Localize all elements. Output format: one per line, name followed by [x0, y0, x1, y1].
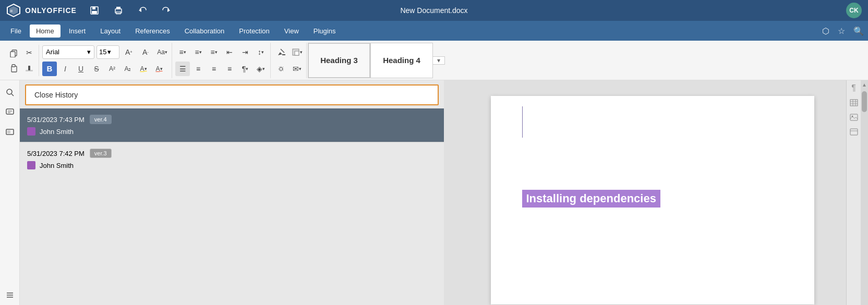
redo-button[interactable] — [159, 3, 174, 18]
svg-rect-23 — [6, 109, 14, 114]
paragraph-group: ≡▾ ≡▾ ≡▾ ⇤ ⇥ ↕▾ ☰ ≡ ≡ ≡ ¶▾ ◈▾ — [173, 43, 271, 78]
increase-indent-button[interactable]: ⇥ — [238, 45, 252, 59]
italic-button[interactable]: I — [58, 62, 73, 76]
clipboard-col2: ✂ — [22, 45, 37, 76]
cut-button[interactable]: ✂ — [22, 45, 37, 60]
document-title: New Document.docx — [400, 6, 467, 15]
svg-rect-38 — [850, 129, 858, 135]
title-bar-tools — [87, 3, 174, 18]
paste-button[interactable] — [6, 61, 21, 76]
font-size-selector[interactable]: 15 ▾ — [97, 45, 119, 59]
document-area: ▲ Installing dependencies ¶ — [444, 80, 868, 305]
svg-rect-36 — [850, 114, 858, 120]
layout-right-icon[interactable] — [848, 126, 860, 138]
author-name-2: John Smith — [40, 162, 74, 169]
decrease-indent-button[interactable]: ⇤ — [222, 45, 237, 59]
favorite-icon[interactable]: ☆ — [838, 26, 845, 36]
clipboard-group: ✂ — [4, 45, 39, 76]
align-center-button[interactable]: ≡ — [191, 62, 206, 76]
menu-file[interactable]: File — [4, 25, 28, 38]
user-avatar[interactable]: CK — [846, 3, 862, 18]
subscript-button[interactable]: A₂ — [120, 62, 135, 76]
table-right-icon[interactable] — [848, 97, 860, 108]
font-size-down-button[interactable]: A- — [138, 45, 153, 59]
menu-insert[interactable]: Insert — [63, 25, 92, 38]
menu-protection[interactable]: Protection — [233, 25, 276, 38]
font-color-button[interactable]: A▾ — [152, 62, 166, 76]
menu-plugins[interactable]: Plugins — [307, 25, 342, 38]
hamburger-menu-button[interactable] — [2, 287, 18, 303]
highlight-color-button[interactable]: A▾ — [136, 62, 151, 76]
font-name-dropdown-icon: ▾ — [87, 48, 91, 56]
version-badge-2: ver.3 — [90, 149, 112, 158]
image-right-icon[interactable] — [848, 112, 860, 123]
superscript-button[interactable]: A² — [105, 62, 119, 76]
print-button[interactable] — [111, 3, 126, 18]
svg-rect-31 — [850, 100, 858, 106]
open-location-icon[interactable]: ⬡ — [822, 26, 829, 36]
underline-button[interactable]: U — [74, 62, 88, 76]
main-area: Close History 5/31/2023 7:43 PM ver.4 Jo… — [0, 80, 868, 305]
styles-more-button[interactable]: ▾ — [433, 56, 445, 65]
copy-style-button[interactable]: ⛭ — [274, 62, 288, 76]
highlighted-heading: Installing dependencies — [522, 190, 660, 208]
clear-format-button[interactable] — [274, 45, 288, 59]
multilevel-button[interactable]: ≡▾ — [207, 45, 221, 59]
svg-rect-5 — [92, 11, 97, 14]
heading3-button[interactable]: Heading 3 — [308, 43, 370, 78]
menu-view[interactable]: View — [278, 25, 305, 38]
nonprint-button[interactable]: ¶▾ — [238, 62, 252, 76]
undo-button[interactable] — [135, 3, 150, 18]
menu-references[interactable]: References — [129, 25, 176, 38]
numbering-button[interactable]: ≡▾ — [191, 45, 206, 59]
slides-button[interactable] — [2, 124, 18, 140]
author-color-2 — [27, 161, 35, 169]
strikethrough-button[interactable]: S — [89, 62, 104, 76]
shading-button[interactable]: ▾ — [290, 45, 304, 59]
bullets-button[interactable]: ≡▾ — [175, 45, 190, 59]
clipboard-col — [6, 45, 21, 76]
bold-button[interactable]: B — [42, 62, 57, 76]
cursor-line — [522, 106, 523, 138]
history-item-2[interactable]: 5/31/2023 7:42 PM ver.3 John Smith — [20, 142, 444, 176]
user-area: CK — [846, 3, 862, 18]
line-spacing-button[interactable]: ↕▾ — [254, 45, 268, 59]
close-history-button[interactable]: Close History — [25, 84, 439, 105]
fill-color-button[interactable]: ◈▾ — [254, 62, 268, 76]
history-author-1: John Smith — [27, 127, 437, 136]
font-size-up-button[interactable]: A+ — [122, 45, 136, 59]
align-left-button[interactable]: ☰ — [175, 62, 190, 76]
history-date-1: 5/31/2023 7:43 PM — [27, 116, 85, 124]
heading4-button[interactable]: Heading 4 — [370, 43, 433, 78]
font-case-button[interactable]: Aa▾ — [155, 45, 170, 59]
svg-rect-27 — [7, 130, 10, 133]
history-author-2: John Smith — [27, 161, 437, 169]
version-badge-1: ver.4 — [90, 115, 112, 124]
history-date-2: 5/31/2023 7:42 PM — [27, 150, 85, 157]
mail-merge-button[interactable]: ✉▾ — [290, 62, 304, 76]
comments-button[interactable] — [2, 104, 18, 120]
paragraph-mark-icon[interactable]: ¶ — [848, 82, 860, 94]
search-menu-icon[interactable]: 🔍 — [853, 26, 864, 36]
format-painter-button[interactable] — [22, 61, 37, 76]
menu-collaboration[interactable]: Collaboration — [178, 25, 231, 38]
menu-bar-right: ⬡ ☆ 🔍 — [822, 26, 864, 36]
menu-layout[interactable]: Layout — [94, 25, 127, 38]
menu-home[interactable]: Home — [30, 25, 61, 38]
copy-button[interactable] — [6, 45, 21, 60]
svg-line-18 — [281, 49, 284, 53]
align-right-button[interactable]: ≡ — [207, 62, 221, 76]
history-item-1[interactable]: 5/31/2023 7:43 PM ver.4 John Smith — [20, 108, 444, 142]
svg-rect-4 — [92, 7, 95, 9]
document-content: Installing dependencies — [522, 158, 783, 208]
font-name-selector[interactable]: Arial ▾ — [42, 45, 94, 59]
history-panel: Close History 5/31/2023 7:43 PM ver.4 Jo… — [20, 80, 444, 305]
save-button[interactable] — [87, 3, 102, 18]
justify-button[interactable]: ≡ — [222, 62, 237, 76]
search-sidebar-button[interactable] — [2, 84, 18, 100]
font-size-dropdown-icon: ▾ — [107, 48, 111, 56]
title-bar: ≡ ONLYOFFICE New Document.docx CK — [0, 0, 868, 21]
svg-rect-7 — [116, 7, 120, 9]
svg-text:≡: ≡ — [10, 8, 13, 14]
toolbar: ✂ Arial ▾ 15 ▾ A+ A- Aa▾ B I U S A² — [0, 41, 868, 80]
